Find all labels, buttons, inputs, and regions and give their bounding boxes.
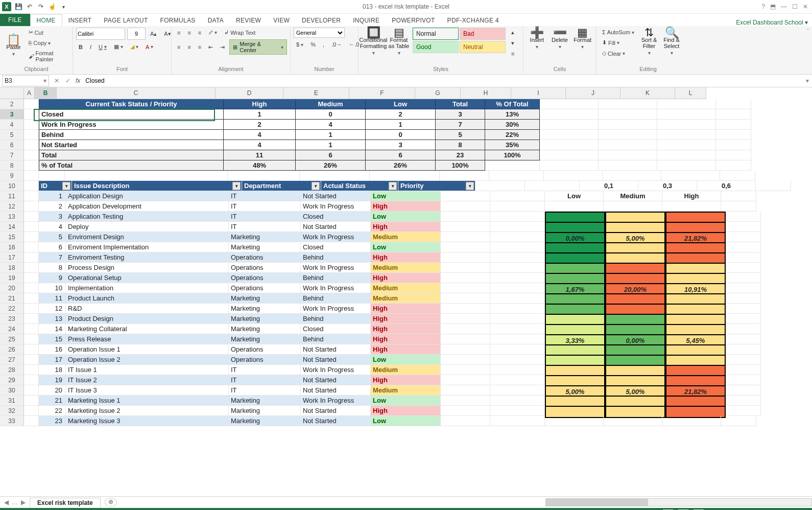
comma-format-icon[interactable]: , bbox=[320, 40, 327, 49]
percent-format-icon[interactable]: % bbox=[308, 40, 318, 49]
issue-priority[interactable]: High bbox=[371, 314, 441, 324]
cell[interactable]: 23 bbox=[436, 150, 485, 160]
issue-status[interactable]: Not Started bbox=[301, 222, 371, 232]
matrix-num[interactable]: 0,3 bbox=[638, 181, 697, 191]
status-row-label[interactable]: Not Started bbox=[39, 140, 224, 150]
cell[interactable] bbox=[490, 365, 545, 375]
status-header[interactable]: Current Task Status / Priority bbox=[39, 99, 224, 109]
row-header[interactable]: 14 bbox=[0, 222, 24, 232]
issue-id[interactable]: 1 bbox=[39, 191, 66, 201]
issue-dept[interactable]: IT bbox=[229, 191, 301, 201]
cell[interactable] bbox=[24, 242, 39, 252]
filter-dropdown-icon[interactable]: ▾ bbox=[389, 182, 397, 190]
cell[interactable] bbox=[441, 416, 490, 426]
row-header[interactable]: 30 bbox=[0, 385, 24, 396]
issue-desc[interactable]: Product Design bbox=[66, 314, 229, 324]
row-header[interactable]: 2 bbox=[0, 99, 24, 109]
cell[interactable] bbox=[726, 324, 761, 334]
cell[interactable] bbox=[544, 171, 603, 181]
status-low[interactable]: 0 bbox=[366, 130, 436, 140]
status-low[interactable]: 1 bbox=[366, 120, 436, 130]
cell[interactable] bbox=[489, 171, 544, 181]
issue-id[interactable]: 11 bbox=[39, 293, 66, 304]
issue-dept[interactable]: Operations bbox=[229, 283, 301, 293]
issue-status[interactable]: Closed bbox=[301, 242, 371, 252]
issue-desc[interactable]: Application Design bbox=[66, 191, 229, 201]
expand-formula-bar-icon[interactable]: ▾ bbox=[803, 77, 812, 84]
cell[interactable] bbox=[716, 130, 751, 140]
filter-dropdown-icon[interactable]: ▾ bbox=[232, 182, 241, 190]
align-left-icon[interactable]: ≡ bbox=[175, 42, 183, 52]
issue-priority[interactable]: High bbox=[371, 304, 441, 314]
format-cells-button[interactable]: ▦Format▾ bbox=[572, 28, 593, 50]
issue-priority[interactable]: High bbox=[371, 324, 441, 334]
style-bad[interactable]: Bad bbox=[460, 28, 506, 40]
issue-priority[interactable]: Low bbox=[371, 355, 441, 365]
cell[interactable] bbox=[716, 150, 751, 160]
issue-desc[interactable]: Deploy bbox=[66, 222, 229, 232]
issue-priority[interactable]: Medium bbox=[371, 293, 441, 304]
issue-id[interactable]: 2 bbox=[39, 201, 66, 212]
issue-desc[interactable]: Marketing Collateral bbox=[66, 324, 229, 334]
cell[interactable] bbox=[65, 171, 228, 181]
format-as-table-button[interactable]: ▤Format as Table▾ bbox=[387, 28, 411, 56]
issue-desc[interactable]: Application Development bbox=[66, 201, 229, 212]
cell[interactable] bbox=[24, 283, 39, 293]
maximize-icon[interactable]: ☐ bbox=[792, 3, 798, 10]
cell[interactable] bbox=[726, 406, 761, 416]
issue-status[interactable]: Work In Progress bbox=[301, 396, 371, 406]
style-neutral[interactable]: Neutral bbox=[460, 41, 506, 53]
issue-desc[interactable]: IT Issue 1 bbox=[66, 365, 229, 375]
fx-icon[interactable]: fx bbox=[74, 77, 82, 84]
cell[interactable] bbox=[490, 385, 545, 396]
issue-id[interactable]: 10 bbox=[39, 283, 66, 293]
cell[interactable] bbox=[485, 160, 540, 171]
cell[interactable] bbox=[441, 252, 490, 263]
tab-powerpivot[interactable]: POWERPIVOT bbox=[386, 15, 441, 26]
col-E[interactable]: E bbox=[283, 87, 349, 99]
align-middle-icon[interactable]: ≡ bbox=[185, 28, 193, 37]
issue-priority[interactable]: High bbox=[371, 375, 441, 385]
fill-button[interactable]: ⬇ Fill ▾ bbox=[600, 38, 637, 48]
cell[interactable] bbox=[716, 99, 751, 109]
cell[interactable] bbox=[490, 314, 545, 324]
border-button[interactable]: ▦ ▾ bbox=[111, 42, 126, 52]
matrix-label[interactable]: Low bbox=[545, 191, 604, 201]
cell[interactable] bbox=[24, 304, 39, 314]
cell[interactable] bbox=[603, 171, 661, 181]
font-color-button[interactable]: A ▾ bbox=[143, 42, 156, 52]
cell[interactable] bbox=[441, 406, 490, 416]
issue-header-id[interactable]: ID▾ bbox=[39, 181, 72, 191]
tab-pagelayout[interactable]: PAGE LAYOUT bbox=[98, 15, 154, 26]
status-medium[interactable]: 1 bbox=[296, 140, 366, 150]
issue-id[interactable]: 14 bbox=[39, 324, 66, 334]
col-H[interactable]: H bbox=[461, 87, 511, 99]
accounting-format-icon[interactable]: $ ▾ bbox=[294, 40, 306, 49]
issue-desc[interactable]: Enviroment Design bbox=[66, 232, 229, 242]
minimize-icon[interactable]: — bbox=[781, 3, 787, 10]
cell[interactable] bbox=[540, 120, 599, 130]
row-header[interactable]: 9 bbox=[0, 171, 24, 181]
cell[interactable] bbox=[726, 314, 761, 324]
cell[interactable] bbox=[490, 212, 545, 222]
issue-dept[interactable]: Marketing bbox=[229, 304, 301, 314]
row-header[interactable]: 32 bbox=[0, 406, 24, 416]
cell[interactable] bbox=[490, 416, 545, 426]
row-header[interactable]: 11 bbox=[0, 191, 24, 201]
issue-status[interactable]: Work In Progress bbox=[301, 201, 371, 212]
tab-file[interactable]: FILE bbox=[0, 14, 30, 26]
italic-button[interactable]: I bbox=[87, 42, 94, 52]
status-total-label[interactable]: Total bbox=[39, 150, 224, 160]
autosum-button[interactable]: Σ AutoSum ▾ bbox=[600, 28, 637, 37]
cell[interactable] bbox=[24, 120, 39, 130]
cell[interactable]: 100% bbox=[485, 150, 540, 160]
cell[interactable] bbox=[662, 416, 721, 426]
row-header[interactable]: 22 bbox=[0, 304, 24, 314]
style-good[interactable]: Good bbox=[413, 41, 459, 53]
cell[interactable] bbox=[441, 314, 490, 324]
sheet-nav-next-icon[interactable]: ▶ bbox=[21, 499, 26, 506]
number-format-select[interactable]: General bbox=[294, 28, 345, 38]
issue-id[interactable]: 8 bbox=[39, 263, 66, 273]
copy-button[interactable]: ⎘ Copy ▾ bbox=[26, 38, 69, 48]
issue-priority[interactable]: Low bbox=[371, 416, 441, 426]
